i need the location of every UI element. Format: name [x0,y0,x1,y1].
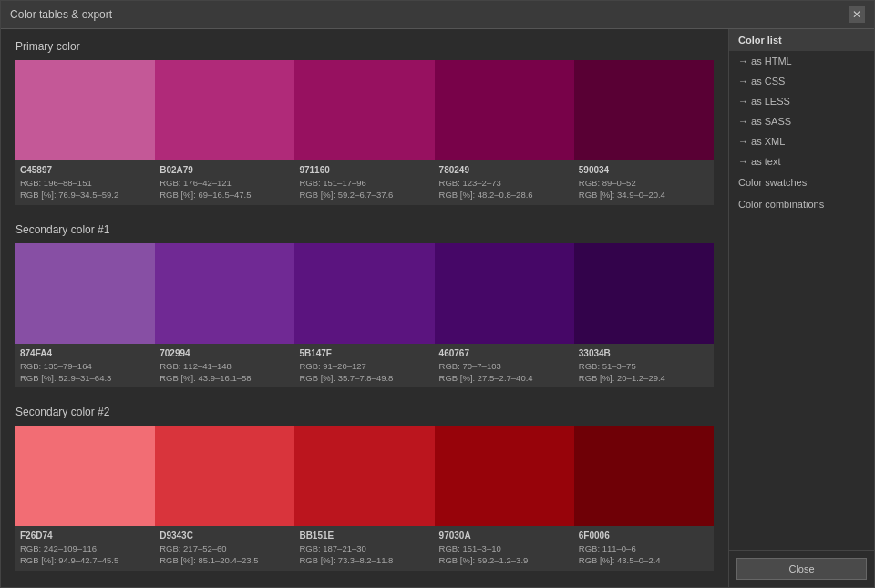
swatch-rgb-pct: RGB [%]: 69–16.5–47.5 [160,189,290,201]
sidebar-color-swatches[interactable]: Color swatches [729,171,874,193]
swatch-color-primary-0 [15,60,155,160]
sidebar-item-as-html[interactable]: → as HTML [729,51,874,71]
swatch-color-secondary2-3 [435,426,574,526]
sidebar-item-as-css[interactable]: → as CSS [729,71,874,91]
swatch-rgb-pct: RGB [%]: 27.5–2.7–40.4 [439,372,570,384]
swatch-rgb-pct: RGB [%]: 52.9–31–64.3 [20,372,150,384]
title-bar: Color tables & export ✕ [1,1,874,29]
swatch-color-primary-3 [435,60,574,160]
section-title-secondary1: Secondary color #1 [15,223,714,236]
swatches-row-secondary1: 874FA4RGB: 135–79–164RGB [%]: 52.9–31–64… [15,243,714,388]
swatch-rgb: RGB: 151–17–96 [299,177,429,189]
swatch-color-primary-1 [155,60,294,160]
swatch-rgb-pct: RGB [%]: 43.9–16.1–58 [160,372,290,384]
close-button[interactable]: Close [736,558,867,580]
swatch-rgb: RGB: 176–42–121 [160,177,290,189]
swatch-secondary1-0[interactable]: 874FA4RGB: 135–79–164RGB [%]: 52.9–31–64… [15,243,155,388]
swatch-rgb-pct: RGB [%]: 34.9–0–20.4 [579,189,709,201]
sidebar-item-as-sass[interactable]: → as SASS [729,111,874,131]
swatch-info-secondary1-3: 460767RGB: 70–7–103RGB [%]: 27.5–2.7–40.… [435,344,574,388]
swatch-color-secondary2-4 [574,426,714,526]
sidebar-item-as-less[interactable]: → as LESS [729,91,874,111]
swatch-rgb-pct: RGB [%]: 85.1–20.4–23.5 [160,554,290,566]
swatch-info-secondary2-2: BB151ERGB: 187–21–30RGB [%]: 73.3–8.2–11… [294,526,434,571]
swatch-hex: 971160 [299,164,429,177]
swatch-rgb-pct: RGB [%]: 20–1.2–29.4 [579,372,709,384]
section-primary: Primary colorC45897RGB: 196–88–151RGB [%… [15,40,714,205]
dialog-body: Primary colorC45897RGB: 196–88–151RGB [%… [1,29,874,587]
swatch-hex: D9343C [160,530,290,542]
sidebar-item-as-xml[interactable]: → as XML [729,131,874,151]
dialog-title: Color tables & export [10,8,112,21]
swatch-primary-4[interactable]: 590034RGB: 89–0–52RGB [%]: 34.9–0–20.4 [574,60,714,205]
swatch-rgb-pct: RGB [%]: 94.9–42.7–45.5 [20,554,150,566]
swatch-color-secondary2-1 [155,426,294,526]
swatch-hex: 590034 [579,164,709,177]
swatch-rgb: RGB: 111–0–6 [579,542,709,554]
swatch-secondary2-2[interactable]: BB151ERGB: 187–21–30RGB [%]: 73.3–8.2–11… [294,426,434,571]
swatch-rgb: RGB: 217–52–60 [160,542,290,554]
swatch-info-primary-3: 780249RGB: 123–2–73RGB [%]: 48.2–0.8–28.… [435,160,574,205]
section-title-secondary2: Secondary color #2 [15,406,714,418]
swatch-secondary1-1[interactable]: 702994RGB: 112–41–148RGB [%]: 43.9–16.1–… [155,243,294,388]
section-title-primary: Primary color [15,40,714,53]
swatch-hex: 6F0006 [579,530,709,542]
swatch-rgb: RGB: 89–0–52 [579,177,709,189]
main-area: Primary colorC45897RGB: 196–88–151RGB [%… [1,29,728,587]
sidebar-color-combinations[interactable]: Color combinations [729,193,874,215]
sidebar-item-as-text[interactable]: → as text [729,151,874,171]
swatch-primary-0[interactable]: C45897RGB: 196–88–151RGB [%]: 76.9–34.5–… [15,60,155,205]
swatch-secondary1-2[interactable]: 5B147FRGB: 91–20–127RGB [%]: 35.7–7.8–49… [294,243,434,388]
swatch-secondary1-3[interactable]: 460767RGB: 70–7–103RGB [%]: 27.5–2.7–40.… [435,243,574,388]
swatch-rgb: RGB: 123–2–73 [439,177,570,189]
swatch-hex: 33034B [579,347,709,360]
swatch-info-primary-4: 590034RGB: 89–0–52RGB [%]: 34.9–0–20.4 [574,160,714,205]
swatch-primary-2[interactable]: 971160RGB: 151–17–96RGB [%]: 59.2–6.7–37… [294,60,434,205]
swatch-info-secondary1-0: 874FA4RGB: 135–79–164RGB [%]: 52.9–31–64… [15,344,155,388]
swatch-rgb-pct: RGB [%]: 73.3–8.2–11.8 [299,554,429,566]
swatch-info-secondary2-4: 6F0006RGB: 111–0–6RGB [%]: 43.5–0–2.4 [574,526,714,571]
swatch-info-primary-1: B02A79RGB: 176–42–121RGB [%]: 69–16.5–47… [155,160,294,205]
swatch-color-secondary2-0 [15,426,155,526]
swatch-hex: 702994 [160,347,290,360]
swatch-rgb: RGB: 242–109–116 [20,542,150,554]
swatch-color-secondary1-2 [294,243,434,344]
close-x-button[interactable]: ✕ [849,6,865,23]
section-secondary1: Secondary color #1874FA4RGB: 135–79–164R… [15,223,714,388]
swatch-info-secondary1-2: 5B147FRGB: 91–20–127RGB [%]: 35.7–7.8–49… [294,344,434,388]
swatch-rgb-pct: RGB [%]: 59.2–6.7–37.6 [299,189,429,201]
swatch-hex: C45897 [20,164,150,177]
swatch-info-primary-0: C45897RGB: 196–88–151RGB [%]: 76.9–34.5–… [15,160,155,205]
swatch-info-secondary2-3: 97030ARGB: 151–3–10RGB [%]: 59.2–1.2–3.9 [435,526,574,571]
swatch-color-secondary1-3 [435,243,574,344]
swatch-rgb: RGB: 196–88–151 [20,177,150,189]
swatch-secondary2-0[interactable]: F26D74RGB: 242–109–116RGB [%]: 94.9–42.7… [15,426,155,571]
swatch-color-primary-2 [294,60,434,160]
swatch-rgb: RGB: 112–41–148 [160,360,290,372]
sidebar-bottom: Close [729,550,874,587]
swatch-info-secondary1-4: 33034BRGB: 51–3–75RGB [%]: 20–1.2–29.4 [574,344,714,388]
swatch-color-secondary1-1 [155,243,294,344]
swatch-rgb-pct: RGB [%]: 43.5–0–2.4 [579,554,709,566]
swatch-rgb: RGB: 91–20–127 [299,360,429,372]
swatch-primary-3[interactable]: 780249RGB: 123–2–73RGB [%]: 48.2–0.8–28.… [435,60,574,205]
swatch-secondary1-4[interactable]: 33034BRGB: 51–3–75RGB [%]: 20–1.2–29.4 [574,243,714,388]
swatch-info-primary-2: 971160RGB: 151–17–96RGB [%]: 59.2–6.7–37… [294,160,434,205]
swatch-secondary2-4[interactable]: 6F0006RGB: 111–0–6RGB [%]: 43.5–0–2.4 [574,426,714,571]
sidebar-section-title: Color list [729,29,874,51]
swatch-secondary2-1[interactable]: D9343CRGB: 217–52–60RGB [%]: 85.1–20.4–2… [155,426,294,571]
swatch-rgb-pct: RGB [%]: 76.9–34.5–59.2 [20,189,150,201]
swatch-hex: BB151E [299,530,429,542]
swatch-info-secondary2-1: D9343CRGB: 217–52–60RGB [%]: 85.1–20.4–2… [155,526,294,571]
swatch-secondary2-3[interactable]: 97030ARGB: 151–3–10RGB [%]: 59.2–1.2–3.9 [435,426,574,571]
swatch-info-secondary2-0: F26D74RGB: 242–109–116RGB [%]: 94.9–42.7… [15,526,155,571]
swatch-primary-1[interactable]: B02A79RGB: 176–42–121RGB [%]: 69–16.5–47… [155,60,294,205]
swatch-hex: 780249 [439,164,570,177]
sidebar: Color list → as HTML→ as CSS→ as LESS→ a… [728,29,874,587]
swatch-color-secondary1-0 [15,243,155,344]
swatch-color-secondary2-2 [294,426,434,526]
swatches-row-secondary2: F26D74RGB: 242–109–116RGB [%]: 94.9–42.7… [15,426,714,571]
swatch-hex: F26D74 [20,530,150,542]
swatch-hex: 5B147F [299,347,429,360]
swatch-rgb: RGB: 135–79–164 [20,360,150,372]
